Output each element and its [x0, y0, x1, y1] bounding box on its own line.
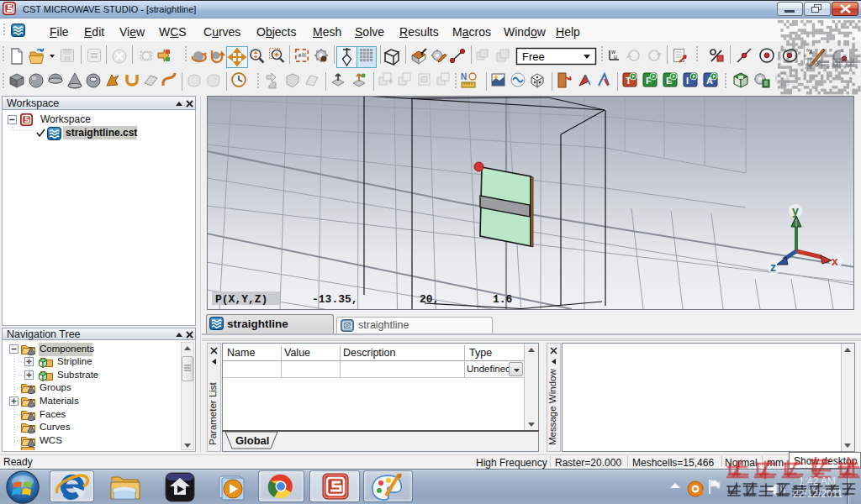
svg-text:P(X,Y,Z): P(X,Y,Z) [215, 293, 267, 306]
svg-text:z: z [770, 260, 776, 274]
svg-text:x: x [832, 255, 838, 268]
svg-text:Free: Free [522, 50, 545, 63]
svg-text:N: N [461, 72, 467, 81]
svg-text:-13.35,: -13.35, [312, 293, 358, 306]
svg-text:1.6: 1.6 [493, 293, 513, 306]
svg-text:y: y [792, 204, 799, 218]
svg-text:Global: Global [235, 434, 269, 447]
svg-text:I: I [686, 76, 689, 86]
svg-text:20,: 20, [420, 293, 439, 306]
svg-text:u: u [614, 54, 617, 60]
